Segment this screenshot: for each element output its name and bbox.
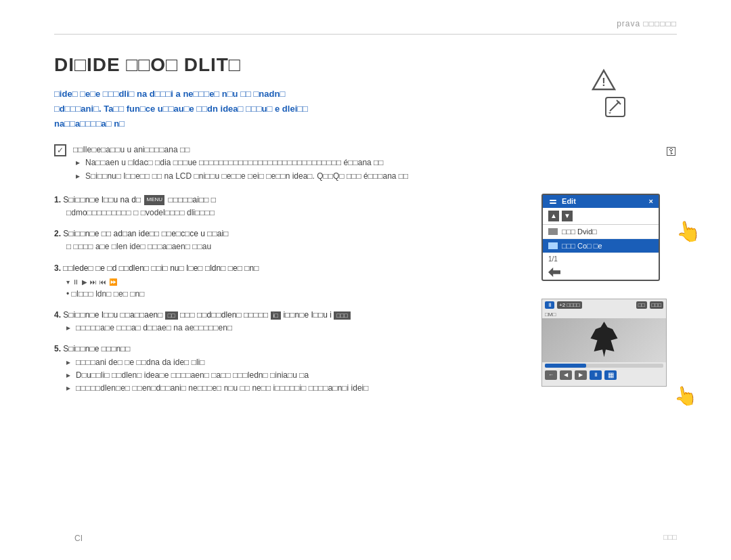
step-1-text: S□i□□n□e I□□u na d□ MENU □□□□□ai□□ □ xyxy=(63,195,216,204)
step-5-number: 5. xyxy=(54,344,61,353)
step-1: 1. S□i□□n□e I□□u na d□ MENU □□□□□ai□□ □ … xyxy=(54,194,521,219)
dvid-label: □□□ Dvid□ xyxy=(562,228,597,236)
svg-rect-7 xyxy=(550,200,556,201)
step-2-sub: □ □□□□ a□e □len ide□ □□□a□aen□ □□au xyxy=(54,240,521,253)
steps-area: 1. S□i□□n□e I□□u na d□ MENU □□□□□ai□□ □ … xyxy=(54,194,677,403)
svg-marker-4 xyxy=(608,112,611,114)
page-container: prava □□□□□□ ! ⚿ DI□IDE □□O□ DLIT□ □ide□… xyxy=(0,0,731,560)
step-3-sub: ▾ ⏸ ▶ ⏭ ⏮ ⏩ • □I□□□ ldn□ □e□ □n□ xyxy=(54,277,521,301)
step-4-number: 4. xyxy=(54,310,61,320)
svg-rect-6 xyxy=(548,198,558,206)
hand-cursor-1: 👆 xyxy=(673,217,703,245)
page-number: □□□ xyxy=(663,533,677,541)
header-label: prava □□□□□□ xyxy=(617,19,677,28)
full-badge: □□□ xyxy=(650,301,664,309)
top-right-label: prava □□□□□□ xyxy=(617,19,677,28)
dvid-icon xyxy=(548,228,558,235)
step-1-sub: □dmo□□□□□□□□□ □ □vodel□□□□ dli□□□□ xyxy=(54,207,521,219)
video-top-bar: ⏸ +2 □□□□ □□ □□□ xyxy=(542,299,666,311)
top-rule xyxy=(54,34,677,35)
step-3: 3. □□lede□ □e □d □□dlen□ □□i□ nu□ I□e□ □… xyxy=(54,262,521,301)
step-4-text: S□i□□n□e I□□u □□a□□aen□ □□ □□□ □□d□□dlen… xyxy=(63,310,350,320)
step-2: 2. S□i□□n□e □□ ad□an ide□□ □□e□c□ce u □□… xyxy=(54,228,521,253)
step-1-number: 1. xyxy=(54,195,61,204)
step-4: 4. S□i□□n□e I□□u □□a□□aen□ □□ □□□ □□d□□d… xyxy=(54,309,521,335)
hand-cursor-2: 👆 xyxy=(671,383,699,409)
silhouette xyxy=(588,322,621,359)
video-progress-fill xyxy=(545,364,586,368)
key-icon: ⚿ xyxy=(666,146,677,158)
svg-line-3 xyxy=(610,102,619,111)
back-arrow-icon xyxy=(548,267,560,277)
menu-item-dvid[interactable]: □□□ Dvid□ xyxy=(543,225,659,239)
page-title: DI□IDE □□O□ DLIT□ xyxy=(54,54,677,76)
ctrl-back[interactable]: ← xyxy=(545,370,557,380)
ctrl-play[interactable]: ▶ xyxy=(575,370,587,380)
intro-text: □ide□ □e□e □□□dli□ na d□□□i a ne□□□e□ n□… xyxy=(54,87,677,131)
quality-badge: □□ xyxy=(636,301,647,309)
ctrl-grid[interactable]: ▦ xyxy=(604,370,617,380)
menu-popup-title-text: Edit xyxy=(548,197,576,206)
video-mode: □M□ xyxy=(542,311,666,318)
pause-badge: ⏸ xyxy=(545,301,554,309)
complete-icon xyxy=(548,242,558,249)
menu-item-complete[interactable]: □□□ Co□ □e xyxy=(543,239,659,253)
intro-line2: □d□□□ani□. Ta□□ fun□ce u□□au□e □□dn idea… xyxy=(54,102,677,116)
step-5-sub: □□□□ani de□ □e □□dna da ide□ □li□ D□u□□l… xyxy=(54,356,521,395)
step-2-number: 2. xyxy=(54,229,61,238)
menu-footer: 1/1 xyxy=(543,253,659,265)
time-badge: +2 □□□□ xyxy=(557,301,582,309)
video-player-container: ⏸ +2 □□□□ □□ □□□ □M□ xyxy=(541,299,677,387)
video-content xyxy=(542,318,666,362)
step-5-text: S□i□□n□e □□□n□□ xyxy=(63,344,130,353)
step-5: 5. S□i□□n□e □□□n□□ □□□□ani de□ □e □□dna … xyxy=(54,343,521,395)
svg-rect-2 xyxy=(606,98,625,116)
note-item-1: Na□□aen u □ldac□ □dia □□□ue □□□□□□□□□□□□… xyxy=(73,156,408,169)
menu-back-btn[interactable] xyxy=(543,265,659,280)
step-2-text: S□i□□n□e □□ ad□an ide□□ □□e□c□ce u □□ai□ xyxy=(63,229,228,238)
menu-close-btn[interactable]: × xyxy=(649,197,653,205)
ci-text: CI xyxy=(74,534,83,543)
note-content: □□Ile□e□a□□u u ani□□□□ana □□ Na□□aen u □… xyxy=(73,144,408,183)
video-controls: ← ◀ ▶ ⏸ ▦ xyxy=(542,369,666,381)
note-checkbox-icon xyxy=(54,144,66,156)
warning-icon: ! xyxy=(592,68,616,92)
step-3-sub-text: • □I□□□ ldn□ □e□ □n□ xyxy=(66,288,521,301)
step-3-number: 3. xyxy=(54,263,61,273)
menu-button-icon: MENU xyxy=(144,195,164,205)
note-item-2: S□i□□nu□ I□□e□□ □□ na LCD □ni□□u □e□□e □… xyxy=(73,170,408,183)
video-player: ⏸ +2 □□□□ □□ □□□ □M□ xyxy=(541,299,667,387)
menu-nav: ▲ ▼ xyxy=(543,208,659,225)
step-4-sub: □□□□□a□e □□□a□ d□□ae□ na ae□□□□□en□ xyxy=(54,322,521,335)
complete-label: □□□ Co□ □e xyxy=(562,242,602,250)
svg-text:!: ! xyxy=(602,77,605,88)
menu-popup: Edit × ▲ ▼ □□□ Dvid□ □□□ Co□ □e xyxy=(541,194,660,281)
step-3-text: □□lede□ □e □d □□dlen□ □□i□ nu□ I□e□ □ldn… xyxy=(63,263,259,273)
note-item-0: □□Ile□e□a□□u u ani□□□□ana □□ xyxy=(73,144,408,156)
intro-line3: na□□a□□□□a□ n□ xyxy=(54,116,677,131)
menu-popup-title: Edit × xyxy=(543,195,659,208)
steps-left: 1. S□i□□n□e I□□u na d□ MENU □□□□□ai□□ □ … xyxy=(54,194,521,403)
ctrl-pause[interactable]: ⏸ xyxy=(590,370,602,380)
menu-down-arrow[interactable]: ▼ xyxy=(562,211,573,221)
edit-icon xyxy=(604,96,626,118)
steps-right: Edit × ▲ ▼ □□□ Dvid□ □□□ Co□ □e xyxy=(541,194,677,403)
svg-rect-8 xyxy=(550,202,556,204)
ctrl-prev[interactable]: ◀ xyxy=(560,370,572,380)
menu-up-arrow[interactable]: ▲ xyxy=(548,211,559,221)
intro-line1: □ide□ □e□e □□□dli□ na d□□□i a ne□□□e□ n□… xyxy=(54,87,677,102)
menu-popup-container: Edit × ▲ ▼ □□□ Dvid□ □□□ Co□ □e xyxy=(541,194,677,281)
note-block: □□Ile□e□a□□u u ani□□□□ana □□ Na□□aen u □… xyxy=(54,144,677,183)
video-progress-bar[interactable] xyxy=(545,364,663,368)
